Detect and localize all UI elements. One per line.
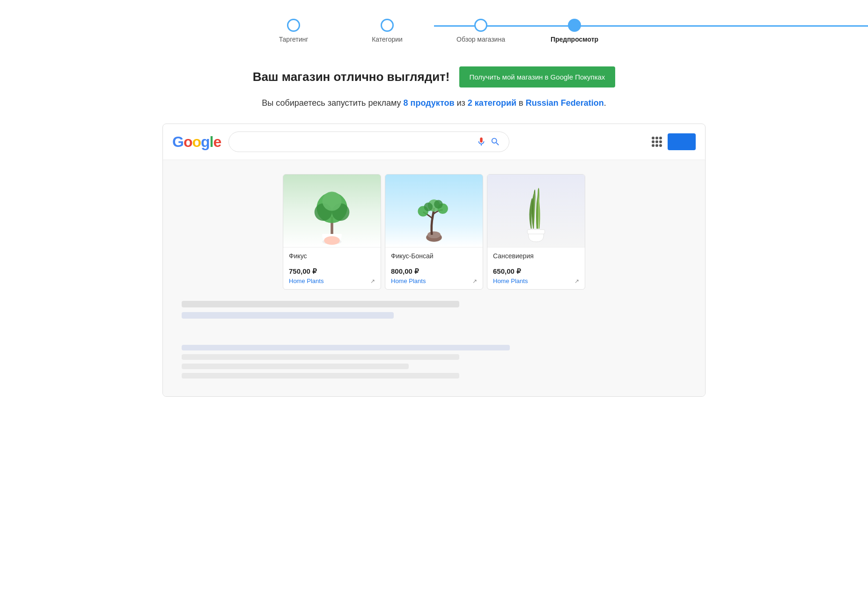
hero-desc-prefix: Вы собираетесь запустить рекламу: [262, 98, 403, 108]
product-info-bonsai: Фикус-Бонсай 800,00 ₽ Home Plants ↗: [385, 247, 483, 289]
hero-row: Ваш магазин отлично выглядит! Получить м…: [162, 66, 706, 87]
skeleton-bar-1: [182, 301, 459, 307]
product-name-bonsai: Фикус-Бонсай: [391, 252, 477, 260]
stepper-step-categories: Категории: [340, 19, 434, 43]
ficus-plant-svg: [311, 182, 353, 247]
product-name-sansevieria: Сансевиерия: [493, 252, 579, 260]
product-image-bonsai: [385, 175, 483, 247]
plant-image-1: [283, 175, 381, 247]
google-logo-o1: o: [184, 133, 192, 150]
hero-categories-count: 2 категорий: [468, 98, 516, 108]
svg-rect-7: [325, 237, 338, 241]
google-header-right: [652, 133, 696, 150]
skeleton-section-1: [182, 301, 686, 319]
stepper-step-store: Обзор магазина: [434, 19, 528, 43]
plant-image-2: [385, 175, 483, 247]
google-logo-o2: o: [192, 133, 201, 150]
hero-desc-mid2: в: [516, 98, 526, 108]
external-link-icon-ficus: ↗: [370, 278, 375, 284]
hero-section: Ваш магазин отлично выглядит! Получить м…: [162, 66, 706, 109]
get-store-button[interactable]: Получить мой магазин в Google Покупках: [459, 66, 616, 87]
stepper-line-3: [434, 25, 868, 27]
stepper-step-preview: Предпросмотр: [528, 19, 621, 43]
product-shop-ficus[interactable]: Home Plants: [289, 277, 324, 284]
google-search-bar[interactable]: [228, 131, 509, 152]
stepper: Таргетинг Категории Обзор магазина Предп…: [162, 19, 706, 43]
product-info-sansevieria: Сансевиерия 650,00 ₽ Home Plants ↗: [487, 247, 585, 289]
product-shop-sansevieria[interactable]: Home Plants: [493, 277, 528, 284]
product-name-ficus: Фикус: [289, 252, 375, 260]
skeleton-section-2: [163, 337, 705, 396]
google-products-area: Фикус 750,00 ₽ Home Plants ↗: [163, 160, 705, 337]
google-logo-g2: g: [201, 133, 210, 150]
hero-desc-suffix: .: [604, 98, 606, 108]
hero-country: Russian Federation: [526, 98, 604, 108]
sansevieria-plant-svg: [515, 182, 557, 247]
product-info-ficus: Фикус 750,00 ₽ Home Plants ↗: [283, 247, 381, 289]
google-preview-box: Google: [162, 124, 706, 397]
stepper-label-store: Обзор магазина: [456, 36, 505, 43]
svg-point-5: [322, 191, 341, 211]
stepper-step-targeting: Таргетинг: [247, 19, 340, 43]
product-card-ficus[interactable]: Фикус 750,00 ₽ Home Plants ↗: [283, 174, 381, 290]
product-price-sansevieria: 650,00 ₽: [493, 267, 579, 276]
product-card-bonsai[interactable]: Фикус-Бонсай 800,00 ₽ Home Plants ↗: [385, 174, 483, 290]
product-shop-row-ficus: Home Plants ↗: [289, 277, 375, 284]
hero-description: Вы собираетесь запустить рекламу 8 проду…: [162, 97, 706, 109]
google-header: Google: [163, 124, 705, 160]
hero-desc-mid: из: [455, 98, 468, 108]
search-icon: [490, 137, 500, 147]
stepper-circle-targeting: [287, 19, 300, 32]
skeleton-bar-med: [182, 354, 459, 360]
product-image-ficus: [283, 175, 381, 247]
svg-point-13: [424, 203, 433, 211]
product-shop-row-sansevieria: Home Plants ↗: [493, 277, 579, 284]
svg-point-14: [434, 200, 443, 209]
product-image-sansevieria: [487, 175, 585, 247]
skeleton-bar-narrow: [182, 364, 409, 369]
google-logo-g: G: [172, 133, 184, 150]
product-price-ficus: 750,00 ₽: [289, 267, 375, 276]
stepper-circle-preview: [568, 19, 581, 32]
stepper-label-targeting: Таргетинг: [279, 36, 309, 43]
stepper-circle-categories: [381, 19, 394, 32]
external-link-icon-bonsai: ↗: [472, 278, 477, 284]
stepper-label-preview: Предпросмотр: [551, 36, 598, 43]
microphone-icon: [476, 137, 486, 147]
apps-icon[interactable]: [652, 137, 662, 147]
google-logo-e: e: [213, 133, 221, 150]
google-logo: Google: [172, 133, 221, 151]
product-card-sansevieria[interactable]: Сансевиерия 650,00 ₽ Home Plants ↗: [487, 174, 585, 290]
svg-point-9: [427, 231, 441, 238]
hero-title: Ваш магазин отлично выглядит!: [253, 70, 450, 84]
google-search-input[interactable]: [237, 138, 472, 146]
plant-image-3: [487, 175, 585, 247]
stepper-label-categories: Категории: [372, 36, 403, 43]
product-shop-bonsai[interactable]: Home Plants: [391, 277, 426, 284]
external-link-icon-sansevieria: ↗: [574, 278, 579, 284]
product-shop-row-bonsai: Home Plants ↗: [391, 277, 477, 284]
svg-rect-15: [527, 230, 544, 234]
google-signin-button[interactable]: [668, 133, 696, 150]
product-price-bonsai: 800,00 ₽: [391, 267, 477, 276]
stepper-circle-store: [474, 19, 487, 32]
skeleton-bar-med-2: [182, 373, 459, 379]
products-grid: Фикус 750,00 ₽ Home Plants ↗: [182, 174, 686, 290]
hero-products-count: 8 продуктов: [404, 98, 455, 108]
skeleton-bar-wide: [182, 345, 510, 350]
bonsai-plant-svg: [413, 182, 455, 247]
skeleton-bar-2: [182, 312, 394, 319]
